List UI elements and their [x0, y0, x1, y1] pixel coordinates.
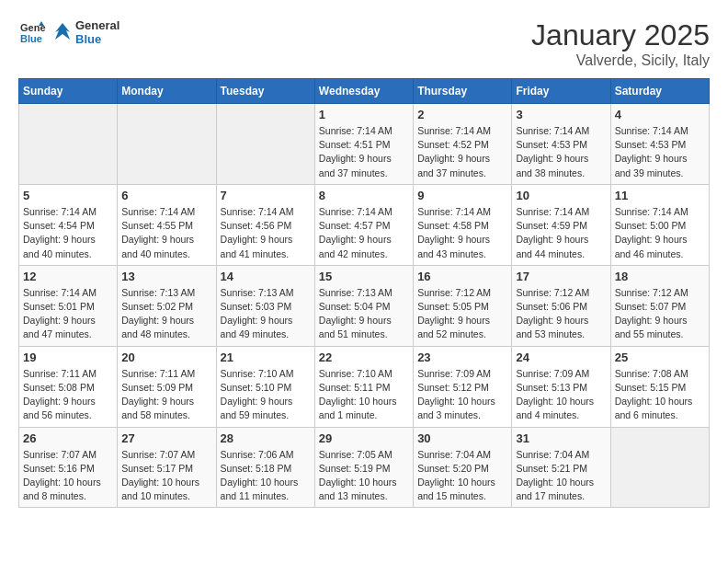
weekday-tuesday: Tuesday — [216, 79, 314, 104]
calendar-cell: 7Sunrise: 7:14 AM Sunset: 4:56 PM Daylig… — [216, 184, 314, 265]
day-info: Sunrise: 7:14 AM Sunset: 4:58 PM Dayligh… — [417, 205, 507, 261]
calendar-cell: 27Sunrise: 7:07 AM Sunset: 5:17 PM Dayli… — [118, 427, 216, 508]
day-info: Sunrise: 7:14 AM Sunset: 4:51 PM Dayligh… — [319, 124, 409, 180]
day-number: 26 — [23, 431, 113, 445]
day-info: Sunrise: 7:11 AM Sunset: 5:08 PM Dayligh… — [23, 367, 113, 423]
calendar-cell: 26Sunrise: 7:07 AM Sunset: 5:16 PM Dayli… — [19, 427, 118, 508]
day-number: 19 — [23, 350, 113, 364]
weekday-sunday: Sunday — [19, 79, 118, 104]
calendar-cell: 24Sunrise: 7:09 AM Sunset: 5:13 PM Dayli… — [512, 346, 610, 427]
calendar-cell: 18Sunrise: 7:12 AM Sunset: 5:07 PM Dayli… — [610, 265, 709, 346]
day-info: Sunrise: 7:14 AM Sunset: 4:57 PM Dayligh… — [319, 205, 409, 261]
logo-bird-icon — [50, 19, 75, 45]
calendar-cell: 2Sunrise: 7:14 AM Sunset: 4:52 PM Daylig… — [414, 104, 512, 185]
day-info: Sunrise: 7:05 AM Sunset: 5:19 PM Dayligh… — [319, 448, 409, 504]
calendar-cell: 22Sunrise: 7:10 AM Sunset: 5:11 PM Dayli… — [314, 346, 413, 427]
calendar-cell: 19Sunrise: 7:11 AM Sunset: 5:08 PM Dayli… — [19, 346, 118, 427]
day-number: 14 — [221, 270, 311, 283]
calendar-cell: 5Sunrise: 7:14 AM Sunset: 4:54 PM Daylig… — [19, 184, 118, 265]
day-number: 2 — [417, 108, 507, 121]
day-info: Sunrise: 7:08 AM Sunset: 5:15 PM Dayligh… — [615, 367, 705, 423]
page-header: General Blue General Blue January 2025 V… — [18, 18, 710, 69]
weekday-saturday: Saturday — [610, 79, 709, 104]
day-number: 3 — [516, 108, 606, 121]
week-row-4: 19Sunrise: 7:11 AM Sunset: 5:08 PM Dayli… — [19, 346, 710, 427]
day-info: Sunrise: 7:13 AM Sunset: 5:02 PM Dayligh… — [121, 286, 211, 342]
calendar-cell: 17Sunrise: 7:12 AM Sunset: 5:06 PM Dayli… — [512, 265, 610, 346]
calendar-cell: 11Sunrise: 7:14 AM Sunset: 5:00 PM Dayli… — [610, 184, 709, 265]
calendar-cell: 10Sunrise: 7:14 AM Sunset: 4:59 PM Dayli… — [512, 184, 610, 265]
week-row-5: 26Sunrise: 7:07 AM Sunset: 5:16 PM Dayli… — [19, 427, 710, 508]
day-number: 30 — [417, 431, 507, 445]
logo-line2: Blue — [75, 32, 119, 46]
day-info: Sunrise: 7:14 AM Sunset: 4:54 PM Dayligh… — [23, 205, 113, 261]
svg-marker-4 — [55, 23, 70, 40]
day-number: 13 — [121, 270, 211, 283]
day-info: Sunrise: 7:14 AM Sunset: 5:00 PM Dayligh… — [615, 205, 705, 261]
day-number: 16 — [417, 270, 507, 283]
calendar-cell: 3Sunrise: 7:14 AM Sunset: 4:53 PM Daylig… — [512, 104, 610, 185]
calendar-cell: 31Sunrise: 7:04 AM Sunset: 5:21 PM Dayli… — [512, 427, 610, 508]
day-info: Sunrise: 7:14 AM Sunset: 4:53 PM Dayligh… — [615, 124, 705, 180]
day-info: Sunrise: 7:14 AM Sunset: 4:56 PM Dayligh… — [221, 205, 311, 261]
day-info: Sunrise: 7:09 AM Sunset: 5:12 PM Dayligh… — [417, 367, 507, 423]
week-row-1: 1Sunrise: 7:14 AM Sunset: 4:51 PM Daylig… — [19, 104, 710, 185]
calendar-cell: 4Sunrise: 7:14 AM Sunset: 4:53 PM Daylig… — [610, 104, 709, 185]
day-info: Sunrise: 7:07 AM Sunset: 5:16 PM Dayligh… — [23, 448, 113, 504]
weekday-monday: Monday — [118, 79, 216, 104]
day-info: Sunrise: 7:14 AM Sunset: 5:01 PM Dayligh… — [23, 286, 113, 342]
day-info: Sunrise: 7:07 AM Sunset: 5:17 PM Dayligh… — [121, 448, 211, 504]
day-info: Sunrise: 7:14 AM Sunset: 4:55 PM Dayligh… — [121, 205, 211, 261]
calendar-cell: 28Sunrise: 7:06 AM Sunset: 5:18 PM Dayli… — [216, 427, 314, 508]
day-info: Sunrise: 7:10 AM Sunset: 5:11 PM Dayligh… — [319, 367, 409, 423]
calendar-cell: 21Sunrise: 7:10 AM Sunset: 5:10 PM Dayli… — [216, 346, 314, 427]
day-number: 8 — [319, 189, 409, 202]
weekday-thursday: Thursday — [414, 79, 512, 104]
day-number: 10 — [516, 189, 606, 202]
calendar-cell — [216, 104, 314, 185]
week-row-3: 12Sunrise: 7:14 AM Sunset: 5:01 PM Dayli… — [19, 265, 710, 346]
calendar-cell — [610, 427, 709, 508]
weekday-header-row: SundayMondayTuesdayWednesdayThursdayFrid… — [19, 79, 710, 104]
calendar-cell: 20Sunrise: 7:11 AM Sunset: 5:09 PM Dayli… — [118, 346, 216, 427]
calendar-cell: 8Sunrise: 7:14 AM Sunset: 4:57 PM Daylig… — [314, 184, 413, 265]
calendar-cell: 1Sunrise: 7:14 AM Sunset: 4:51 PM Daylig… — [314, 104, 413, 185]
svg-text:Blue: Blue — [20, 33, 42, 44]
day-number: 28 — [221, 431, 311, 445]
day-number: 31 — [516, 431, 606, 445]
day-number: 27 — [121, 431, 211, 445]
day-number: 11 — [615, 189, 705, 202]
day-info: Sunrise: 7:12 AM Sunset: 5:07 PM Dayligh… — [615, 286, 705, 342]
calendar-cell — [118, 104, 216, 185]
calendar-cell: 12Sunrise: 7:14 AM Sunset: 5:01 PM Dayli… — [19, 265, 118, 346]
day-number: 5 — [23, 189, 113, 202]
day-number: 21 — [221, 350, 311, 364]
day-number: 29 — [319, 431, 409, 445]
calendar-body: 1Sunrise: 7:14 AM Sunset: 4:51 PM Daylig… — [19, 104, 710, 508]
day-number: 9 — [417, 189, 507, 202]
calendar-header: SundayMondayTuesdayWednesdayThursdayFrid… — [19, 79, 710, 104]
day-info: Sunrise: 7:04 AM Sunset: 5:21 PM Dayligh… — [516, 448, 606, 504]
day-number: 23 — [417, 350, 507, 364]
day-number: 17 — [516, 270, 606, 283]
logo-icon: General Blue — [18, 18, 46, 46]
calendar-table: SundayMondayTuesdayWednesdayThursdayFrid… — [18, 78, 710, 508]
day-number: 1 — [319, 108, 409, 121]
day-number: 15 — [319, 270, 409, 283]
day-number: 6 — [121, 189, 211, 202]
day-info: Sunrise: 7:09 AM Sunset: 5:13 PM Dayligh… — [516, 367, 606, 423]
day-info: Sunrise: 7:10 AM Sunset: 5:10 PM Dayligh… — [221, 367, 311, 423]
calendar-cell: 23Sunrise: 7:09 AM Sunset: 5:12 PM Dayli… — [414, 346, 512, 427]
day-number: 18 — [615, 270, 705, 283]
calendar-cell: 6Sunrise: 7:14 AM Sunset: 4:55 PM Daylig… — [118, 184, 216, 265]
day-number: 20 — [121, 350, 211, 364]
calendar-cell: 29Sunrise: 7:05 AM Sunset: 5:19 PM Dayli… — [314, 427, 413, 508]
week-row-2: 5Sunrise: 7:14 AM Sunset: 4:54 PM Daylig… — [19, 184, 710, 265]
logo-line1: General — [75, 18, 119, 32]
calendar-cell: 13Sunrise: 7:13 AM Sunset: 5:02 PM Dayli… — [118, 265, 216, 346]
day-info: Sunrise: 7:14 AM Sunset: 4:52 PM Dayligh… — [417, 124, 507, 180]
day-info: Sunrise: 7:14 AM Sunset: 4:53 PM Dayligh… — [516, 124, 606, 180]
day-number: 12 — [23, 270, 113, 283]
weekday-wednesday: Wednesday — [314, 79, 413, 104]
calendar-cell: 14Sunrise: 7:13 AM Sunset: 5:03 PM Dayli… — [216, 265, 314, 346]
